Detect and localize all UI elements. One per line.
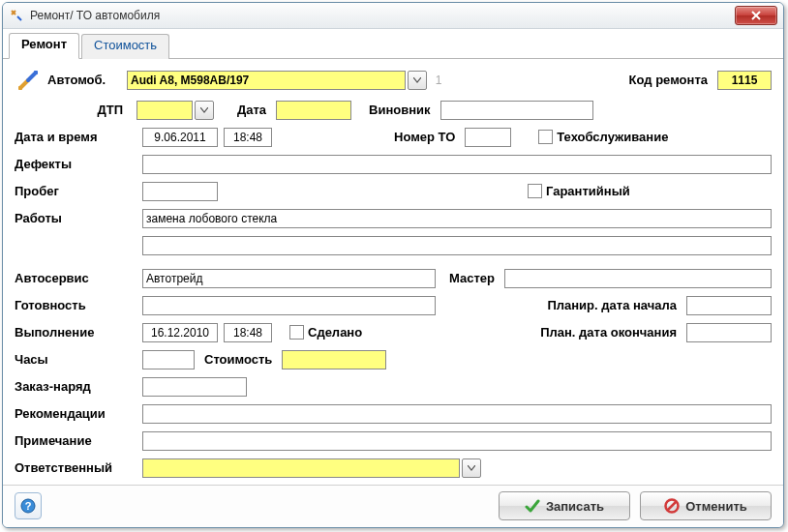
label-hours: Часы — [15, 352, 133, 367]
field-master[interactable] — [504, 269, 772, 288]
label-number-to: Номер ТО — [394, 130, 459, 144]
form-area: Автомоб. Audi A8, M598AB/197 1 Код ремон… — [3, 59, 783, 485]
checkbox-icon — [528, 184, 542, 198]
cancel-icon — [664, 498, 680, 514]
save-button-label: Записать — [546, 499, 604, 514]
label-service: Автосервис — [15, 271, 133, 285]
chevron-down-icon — [468, 465, 475, 471]
help-button[interactable]: ? — [15, 492, 42, 519]
responsible-dropdown-button[interactable] — [462, 458, 481, 478]
dialog-window: Ремонт/ ТО автомобиля Ремонт Стоимость А… — [2, 2, 784, 528]
field-defects[interactable] — [142, 155, 772, 174]
tools-icon — [9, 8, 24, 23]
checkbox-maintenance[interactable]: Техобслуживание — [538, 130, 668, 144]
label-done-chk: Сделано — [308, 325, 362, 340]
field-repair-code[interactable]: 1115 — [717, 71, 772, 90]
label-recs: Рекомендации — [15, 406, 133, 421]
label-plan-start: Планир. дата начала — [547, 298, 681, 312]
checkbox-warranty[interactable]: Гарантийный — [528, 184, 630, 198]
label-maintenance: Техобслуживание — [557, 130, 668, 144]
chevron-down-icon — [200, 107, 208, 113]
label-order: Заказ-наряд — [15, 379, 133, 394]
field-plan-start[interactable] — [686, 296, 772, 315]
label-auto: Автомоб. — [47, 73, 127, 87]
label-master: Мастер — [449, 271, 499, 285]
label-cost: Стоимость — [204, 352, 276, 367]
field-works-2[interactable] — [142, 236, 772, 255]
field-works-1[interactable]: замена лобового стекла — [142, 209, 772, 228]
tab-bar: Ремонт Стоимость — [3, 33, 783, 59]
field-number-to[interactable] — [465, 128, 511, 147]
field-order[interactable] — [142, 377, 247, 397]
field-recs[interactable] — [142, 404, 772, 424]
svg-text:?: ? — [25, 500, 32, 512]
label-mileage: Пробег — [15, 184, 133, 198]
label-warranty: Гарантийный — [546, 184, 630, 198]
field-done-date[interactable]: 16.12.2010 — [142, 323, 218, 342]
close-icon — [751, 11, 761, 20]
field-culprit[interactable] — [440, 101, 593, 120]
label-datetime: Дата и время — [15, 130, 133, 144]
label-dtp: ДТП — [15, 103, 127, 117]
field-hours[interactable] — [142, 350, 195, 369]
field-readiness[interactable] — [142, 296, 436, 315]
window-title: Ремонт/ ТО автомобиля — [30, 9, 160, 22]
label-readiness: Готовность — [15, 298, 133, 312]
field-note[interactable] — [142, 431, 772, 451]
close-button[interactable] — [735, 6, 777, 25]
auto-index: 1 — [427, 74, 450, 87]
auto-dropdown-button[interactable] — [408, 71, 427, 90]
save-button[interactable]: Записать — [499, 491, 630, 520]
field-auto[interactable]: Audi A8, M598AB/197 — [127, 71, 406, 90]
checkbox-icon — [289, 325, 304, 340]
field-mileage[interactable] — [142, 182, 218, 201]
field-date[interactable]: 9.06.2011 — [142, 128, 218, 147]
field-plan-end[interactable] — [686, 323, 772, 342]
label-dtp-date: Дата — [237, 103, 270, 117]
dtp-dropdown-button[interactable] — [195, 101, 214, 120]
field-cost[interactable] — [282, 350, 386, 369]
help-icon: ? — [20, 498, 36, 514]
tools-icon-large — [15, 67, 42, 94]
field-dtp-date[interactable] — [276, 101, 351, 120]
label-repair-code: Код ремонта — [629, 73, 712, 87]
tab-repair[interactable]: Ремонт — [9, 33, 79, 59]
checkbox-done[interactable]: Сделано — [289, 325, 362, 340]
button-bar: ? Записать Отменить — [3, 485, 783, 527]
label-responsible: Ответственный — [15, 460, 133, 475]
cancel-button-label: Отменить — [685, 499, 747, 514]
title-bar: Ремонт/ ТО автомобиля — [3, 3, 783, 29]
label-done: Выполнение — [15, 325, 133, 340]
field-service[interactable]: Автотрейд — [142, 269, 436, 288]
tab-cost[interactable]: Стоимость — [81, 34, 169, 59]
field-done-time[interactable]: 18:48 — [224, 323, 272, 342]
checkbox-icon — [538, 130, 553, 144]
field-time[interactable]: 18:48 — [224, 128, 272, 147]
check-icon — [525, 498, 540, 514]
svg-line-5 — [668, 502, 677, 511]
field-responsible[interactable] — [142, 458, 460, 478]
chevron-down-icon — [413, 77, 421, 83]
cancel-button[interactable]: Отменить — [640, 491, 772, 520]
label-works: Работы — [15, 211, 133, 225]
label-plan-end: План. дата окончания — [540, 325, 681, 340]
field-dtp[interactable] — [136, 101, 193, 120]
svg-rect-1 — [34, 71, 38, 74]
svg-rect-0 — [18, 86, 22, 90]
label-defects: Дефекты — [15, 157, 133, 171]
label-note: Примечание — [15, 433, 133, 448]
label-culprit: Виновник — [369, 103, 435, 117]
